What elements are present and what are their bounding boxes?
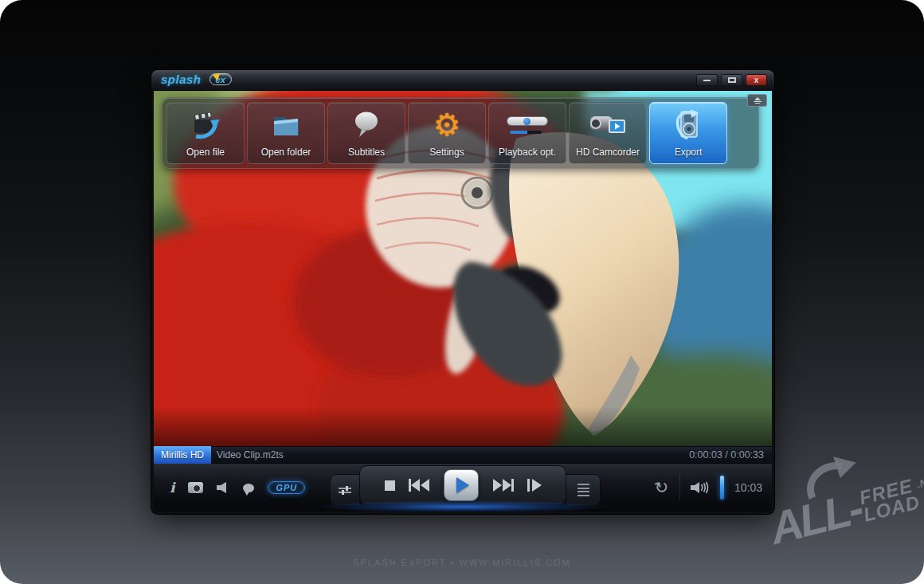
toolbar-collapse-button[interactable] [747, 94, 767, 107]
gpu-acceleration-badge[interactable]: GPU [268, 481, 305, 494]
main-toolbar: Open file Open folder [162, 97, 759, 169]
settings-button[interactable]: ⚙ Settings [408, 102, 486, 164]
logo-brand-text: splash [161, 73, 202, 86]
minimize-button[interactable] [696, 74, 718, 86]
collapse-icon [754, 97, 761, 100]
open-folder-button[interactable]: Open folder [247, 102, 325, 164]
export-button[interactable]: Export [649, 102, 727, 164]
playback-options-button[interactable]: Playback opt. [488, 102, 566, 164]
volume-speaker-icon[interactable] [691, 480, 710, 495]
next-button[interactable] [492, 479, 514, 492]
window-controls: x [696, 74, 767, 86]
video-area[interactable]: Open file Open folder [154, 91, 772, 446]
clapperboard-arrow-icon [167, 103, 244, 147]
open-file-button[interactable]: Open file [166, 102, 245, 164]
right-icon-group: ↻ 10:03 [655, 464, 762, 511]
gear-icon: ⚙ [409, 103, 485, 147]
source-badge: Mirillis HD [154, 446, 211, 464]
playlist-icon [578, 484, 589, 496]
play-icon [456, 477, 469, 493]
close-button[interactable]: x [746, 74, 767, 86]
control-bar: i GPU [154, 464, 772, 511]
maximize-icon [728, 77, 736, 83]
toolbar-button-label: Open folder [261, 147, 311, 158]
file-name: Video Clip.m2ts [217, 449, 284, 461]
watermark-text-load: LOAD [862, 493, 922, 524]
hd-camcorder-button[interactable]: HD Camcorder [569, 102, 647, 164]
camcorder-icon [570, 103, 646, 147]
toolbar-button-label: HD Camcorder [576, 147, 640, 158]
transport-cluster [359, 465, 566, 505]
footer-caption: SPLASH EXPORT • WWW.MIRILLIS.COM [0, 558, 924, 567]
playlist-tab-button[interactable] [566, 474, 601, 506]
watermark-text-all: ALL- [766, 489, 865, 549]
minimize-icon [703, 80, 711, 81]
equalizer-sliders-icon [339, 488, 351, 493]
previous-button[interactable] [409, 479, 430, 492]
stop-button[interactable] [385, 480, 395, 491]
page-background: splash ex x [0, 0, 924, 584]
divider [679, 474, 680, 501]
left-icon-group: i GPU [170, 464, 305, 511]
watermark-text-free: FREE [858, 476, 918, 508]
folder-icon [248, 103, 324, 147]
clock-display: 10:03 [734, 481, 762, 494]
app-logo: splash ex [161, 73, 232, 86]
speech-bubble-icon [328, 103, 405, 147]
audio-speaker-button[interactable] [217, 482, 229, 493]
volume-level-bar[interactable] [720, 476, 724, 500]
time-position: 0:00:03 / 0:00:33 [689, 449, 772, 461]
toolbar-button-label: Playback opt. [499, 147, 556, 158]
media-info-button[interactable]: i [170, 480, 174, 496]
toolbar-button-label: Subtitles [348, 147, 385, 158]
subtitle-bubble-button[interactable] [243, 484, 254, 492]
repeat-refresh-button[interactable]: ↻ [653, 476, 671, 499]
media-player-export-icon [650, 103, 726, 147]
status-bar: Mirillis HD Video Clip.m2ts 0:00:03 / 0:… [154, 446, 772, 464]
player-window: splash ex x [151, 70, 774, 514]
play-button[interactable] [444, 469, 479, 501]
watermark-arrow-icon [799, 449, 871, 504]
toolbar-button-label: Open file [186, 147, 225, 158]
toolbar-button-label: Export [675, 147, 703, 158]
equalizer-tab-button[interactable] [330, 474, 360, 506]
slider-icon [489, 103, 566, 147]
subtitles-button[interactable]: Subtitles [327, 102, 405, 164]
watermark-text-net: .NET [915, 473, 924, 491]
snapshot-camera-button[interactable] [188, 482, 203, 493]
toolbar-button-label: Settings [429, 147, 464, 158]
title-bar[interactable]: splash ex x [151, 70, 774, 91]
step-forward-button[interactable] [527, 479, 542, 492]
maximize-button[interactable] [721, 74, 742, 86]
